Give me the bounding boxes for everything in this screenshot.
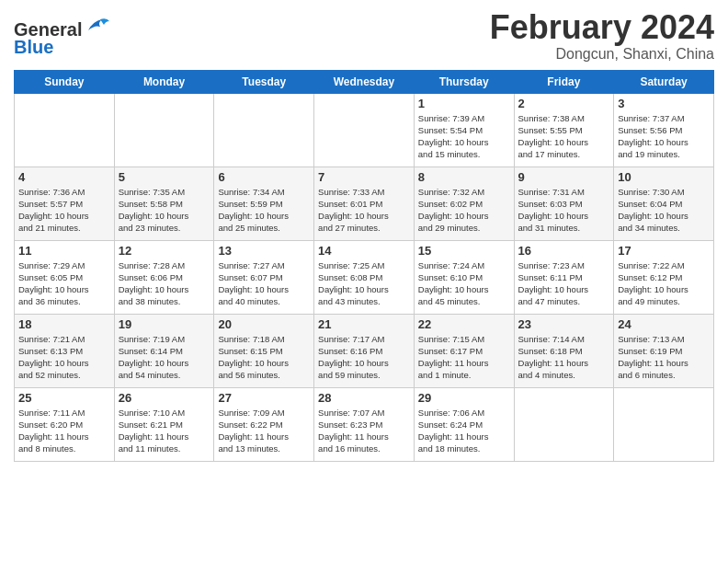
day-info: Sunrise: 7:35 AM Sunset: 5:58 PM Dayligh…: [119, 186, 210, 235]
day-number: 24: [618, 317, 710, 331]
calendar-cell: 28Sunrise: 7:07 AM Sunset: 6:23 PM Dayli…: [314, 387, 415, 461]
day-info: Sunrise: 7:25 AM Sunset: 6:08 PM Dayligh…: [318, 259, 410, 308]
day-info: Sunrise: 7:07 AM Sunset: 6:23 PM Dayligh…: [318, 407, 410, 455]
day-info: Sunrise: 7:28 AM Sunset: 6:06 PM Dayligh…: [119, 259, 210, 308]
col-tuesday: Tuesday: [214, 70, 314, 93]
calendar-week-row: 4Sunrise: 7:36 AM Sunset: 5:57 PM Daylig…: [15, 167, 714, 240]
day-info: Sunrise: 7:30 AM Sunset: 6:04 PM Dayligh…: [618, 186, 710, 235]
calendar-cell: 10Sunrise: 7:30 AM Sunset: 6:04 PM Dayli…: [614, 167, 714, 240]
calendar-cell: 7Sunrise: 7:33 AM Sunset: 6:01 PM Daylig…: [314, 167, 415, 240]
day-number: 28: [318, 391, 410, 405]
day-info: Sunrise: 7:29 AM Sunset: 6:05 PM Dayligh…: [18, 259, 110, 308]
calendar-cell: [15, 93, 115, 167]
day-number: 14: [318, 244, 410, 258]
day-number: 3: [618, 97, 710, 110]
header: General Blue February 2024 Dongcun, Shan…: [14, 9, 714, 63]
calendar-cell: 24Sunrise: 7:13 AM Sunset: 6:19 PM Dayli…: [614, 314, 714, 387]
day-number: 18: [18, 317, 110, 331]
day-number: 22: [418, 317, 510, 331]
day-info: Sunrise: 7:38 AM Sunset: 5:55 PM Dayligh…: [518, 112, 610, 161]
day-number: 29: [418, 391, 510, 405]
day-number: 25: [18, 391, 110, 405]
day-number: 20: [218, 317, 310, 331]
calendar-cell: 26Sunrise: 7:10 AM Sunset: 6:21 PM Dayli…: [114, 387, 214, 461]
day-info: Sunrise: 7:19 AM Sunset: 6:14 PM Dayligh…: [119, 333, 210, 382]
calendar-cell: 27Sunrise: 7:09 AM Sunset: 6:22 PM Dayli…: [214, 387, 314, 461]
calendar-cell: 5Sunrise: 7:35 AM Sunset: 5:58 PM Daylig…: [114, 167, 214, 240]
calendar-week-row: 11Sunrise: 7:29 AM Sunset: 6:05 PM Dayli…: [15, 240, 714, 314]
day-number: 9: [518, 170, 610, 184]
calendar-cell: 9Sunrise: 7:31 AM Sunset: 6:03 PM Daylig…: [514, 167, 614, 240]
calendar-cell: 13Sunrise: 7:27 AM Sunset: 6:07 PM Dayli…: [214, 240, 314, 314]
day-info: Sunrise: 7:13 AM Sunset: 6:19 PM Dayligh…: [618, 333, 710, 382]
calendar-cell: 16Sunrise: 7:23 AM Sunset: 6:11 PM Dayli…: [514, 240, 614, 314]
day-info: Sunrise: 7:24 AM Sunset: 6:10 PM Dayligh…: [418, 259, 510, 308]
logo-text: General: [14, 14, 111, 40]
col-thursday: Thursday: [414, 70, 514, 93]
col-wednesday: Wednesday: [314, 70, 415, 93]
day-number: 10: [618, 170, 710, 184]
logo-bird-icon: [84, 14, 111, 36]
day-number: 21: [318, 317, 410, 331]
day-number: 15: [418, 244, 510, 258]
day-info: Sunrise: 7:27 AM Sunset: 6:07 PM Dayligh…: [218, 259, 310, 308]
day-info: Sunrise: 7:22 AM Sunset: 6:12 PM Dayligh…: [618, 259, 710, 308]
day-info: Sunrise: 7:23 AM Sunset: 6:11 PM Dayligh…: [518, 259, 610, 308]
day-number: 2: [518, 97, 610, 110]
day-number: 6: [218, 170, 310, 184]
day-info: Sunrise: 7:32 AM Sunset: 6:02 PM Dayligh…: [418, 186, 510, 235]
calendar-cell: 14Sunrise: 7:25 AM Sunset: 6:08 PM Dayli…: [314, 240, 415, 314]
calendar-table: Sunday Monday Tuesday Wednesday Thursday…: [14, 70, 714, 462]
day-info: Sunrise: 7:18 AM Sunset: 6:15 PM Dayligh…: [218, 333, 310, 382]
calendar-cell: 3Sunrise: 7:37 AM Sunset: 5:56 PM Daylig…: [614, 93, 714, 167]
col-monday: Monday: [114, 70, 214, 93]
calendar-week-row: 18Sunrise: 7:21 AM Sunset: 6:13 PM Dayli…: [15, 314, 714, 387]
col-friday: Friday: [514, 70, 614, 93]
day-number: 19: [119, 317, 210, 331]
day-info: Sunrise: 7:21 AM Sunset: 6:13 PM Dayligh…: [18, 333, 110, 382]
day-number: 13: [218, 244, 310, 258]
day-info: Sunrise: 7:34 AM Sunset: 5:59 PM Dayligh…: [218, 186, 310, 235]
day-info: Sunrise: 7:17 AM Sunset: 6:16 PM Dayligh…: [318, 333, 410, 382]
day-info: Sunrise: 7:15 AM Sunset: 6:17 PM Dayligh…: [418, 333, 510, 382]
calendar-cell: [214, 93, 314, 167]
day-number: 8: [418, 170, 510, 184]
calendar-cell: 23Sunrise: 7:14 AM Sunset: 6:18 PM Dayli…: [514, 314, 614, 387]
calendar-cell: 8Sunrise: 7:32 AM Sunset: 6:02 PM Daylig…: [414, 167, 514, 240]
day-info: Sunrise: 7:31 AM Sunset: 6:03 PM Dayligh…: [518, 186, 610, 235]
day-number: 5: [119, 170, 210, 184]
calendar-cell: 1Sunrise: 7:39 AM Sunset: 5:54 PM Daylig…: [414, 93, 514, 167]
calendar-cell: 19Sunrise: 7:19 AM Sunset: 6:14 PM Dayli…: [114, 314, 214, 387]
day-number: 7: [318, 170, 410, 184]
day-number: 12: [119, 244, 210, 258]
day-number: 4: [18, 170, 110, 184]
day-info: Sunrise: 7:06 AM Sunset: 6:24 PM Dayligh…: [418, 407, 510, 455]
day-info: Sunrise: 7:37 AM Sunset: 5:56 PM Dayligh…: [618, 112, 710, 161]
day-number: 27: [218, 391, 310, 405]
calendar-cell: 17Sunrise: 7:22 AM Sunset: 6:12 PM Dayli…: [614, 240, 714, 314]
day-info: Sunrise: 7:10 AM Sunset: 6:21 PM Dayligh…: [119, 407, 210, 455]
calendar-week-row: 1Sunrise: 7:39 AM Sunset: 5:54 PM Daylig…: [15, 93, 714, 167]
day-number: 23: [518, 317, 610, 331]
calendar-cell: [114, 93, 214, 167]
day-info: Sunrise: 7:33 AM Sunset: 6:01 PM Dayligh…: [318, 186, 410, 235]
day-info: Sunrise: 7:09 AM Sunset: 6:22 PM Dayligh…: [218, 407, 310, 455]
day-info: Sunrise: 7:36 AM Sunset: 5:57 PM Dayligh…: [18, 186, 110, 235]
calendar-cell: 21Sunrise: 7:17 AM Sunset: 6:16 PM Dayli…: [314, 314, 415, 387]
day-number: 17: [618, 244, 710, 258]
calendar-cell: [614, 387, 714, 461]
calendar-cell: 25Sunrise: 7:11 AM Sunset: 6:20 PM Dayli…: [15, 387, 115, 461]
calendar-cell: 12Sunrise: 7:28 AM Sunset: 6:06 PM Dayli…: [114, 240, 214, 314]
day-number: 1: [418, 97, 510, 110]
month-title: February 2024: [490, 9, 714, 46]
header-row: Sunday Monday Tuesday Wednesday Thursday…: [15, 70, 714, 93]
day-number: 26: [119, 391, 210, 405]
day-number: 16: [518, 244, 610, 258]
calendar-cell: [314, 93, 415, 167]
calendar-cell: 22Sunrise: 7:15 AM Sunset: 6:17 PM Dayli…: [414, 314, 514, 387]
calendar-cell: 18Sunrise: 7:21 AM Sunset: 6:13 PM Dayli…: [15, 314, 115, 387]
location: Dongcun, Shanxi, China: [490, 46, 714, 63]
calendar-cell: 20Sunrise: 7:18 AM Sunset: 6:15 PM Dayli…: [214, 314, 314, 387]
calendar-cell: 2Sunrise: 7:38 AM Sunset: 5:55 PM Daylig…: [514, 93, 614, 167]
calendar-cell: 11Sunrise: 7:29 AM Sunset: 6:05 PM Dayli…: [15, 240, 115, 314]
